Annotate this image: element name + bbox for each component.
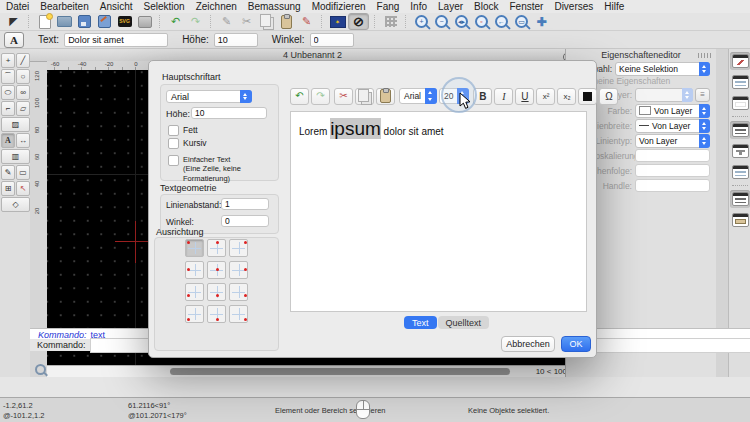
- edit-pen[interactable]: ✎: [297, 14, 316, 29]
- layer-menu-button[interactable]: ≡: [695, 88, 710, 102]
- menu-item[interactable]: Hilfe: [604, 1, 624, 12]
- cut[interactable]: ✂: [237, 14, 256, 29]
- draw[interactable]: ✎: [217, 14, 236, 29]
- alignment-button[interactable]: [185, 239, 204, 257]
- dimension-tool[interactable]: ↔: [16, 133, 30, 148]
- superscript-button[interactable]: x²: [536, 88, 555, 105]
- alignment-button[interactable]: [185, 261, 204, 279]
- undo-button[interactable]: ↶: [290, 88, 309, 105]
- rich-text-editor[interactable]: Lorem ipsum dolor sit amet: [290, 111, 587, 312]
- block-list-window[interactable]: [730, 94, 750, 112]
- panel-grip[interactable]: [698, 53, 712, 58]
- snap-tool[interactable]: ↖: [16, 181, 30, 196]
- font-height-input[interactable]: [191, 107, 267, 119]
- zoom-selection[interactable]: ▫: [472, 14, 491, 29]
- text-input[interactable]: [64, 33, 168, 47]
- menu-item[interactable]: Info: [410, 1, 427, 12]
- polyline-tool[interactable]: ⌐: [1, 101, 15, 116]
- zoom-auto[interactable]: ◂▸: [452, 14, 471, 29]
- menu-item[interactable]: Fang: [377, 1, 400, 12]
- angle-input[interactable]: [310, 33, 354, 47]
- spline-tool[interactable]: ∞: [16, 85, 30, 100]
- alignment-button[interactable]: [229, 305, 248, 323]
- cut-button[interactable]: ✂: [334, 88, 353, 105]
- image-tool[interactable]: ▥: [1, 149, 30, 164]
- underline-button[interactable]: U: [515, 88, 534, 105]
- slot-tool[interactable]: ▭: [16, 165, 30, 180]
- menu-item[interactable]: Fenster: [510, 1, 544, 12]
- copy-button[interactable]: [355, 88, 374, 105]
- line-spacing-input[interactable]: [221, 198, 269, 210]
- alignment-button[interactable]: [229, 239, 248, 257]
- menu-item[interactable]: Block: [474, 1, 498, 12]
- alignment-button[interactable]: [229, 261, 248, 279]
- special-character-button[interactable]: Ω: [599, 88, 618, 105]
- language-flag[interactable]: ✶: [328, 14, 347, 29]
- redo[interactable]: ↷: [186, 14, 205, 29]
- view-list-window[interactable]: [730, 121, 750, 139]
- zoom-window[interactable]: ▭: [512, 14, 531, 29]
- font-family-dropdown[interactable]: Arial: [166, 90, 252, 103]
- arc-tool[interactable]: ⌒: [1, 69, 15, 84]
- italic-checkbox[interactable]: Kursiv: [168, 138, 207, 149]
- open-file[interactable]: [55, 14, 74, 29]
- selection-tool[interactable]: ◤: [4, 14, 23, 29]
- height-input[interactable]: [214, 33, 258, 47]
- draworder-input[interactable]: [635, 164, 710, 177]
- text-color-button[interactable]: [578, 88, 597, 105]
- zoom-out[interactable]: −: [432, 14, 451, 29]
- menu-item[interactable]: Ansicht: [100, 1, 133, 12]
- zoom-corner-icon[interactable]: [35, 364, 46, 375]
- alignment-button[interactable]: [185, 305, 204, 323]
- text-tool[interactable]: A: [1, 133, 15, 148]
- shape-tool[interactable]: ▱: [16, 101, 30, 116]
- redo-button[interactable]: ↷: [311, 88, 330, 105]
- selection-filter-window[interactable]: [730, 142, 750, 160]
- hatch-tool[interactable]: ▨: [1, 117, 30, 132]
- color-dropdown[interactable]: Von Layer: [635, 104, 710, 118]
- tab-source[interactable]: Quelltext: [438, 316, 490, 329]
- menu-item[interactable]: Bearbeiten: [40, 1, 88, 12]
- command-line-window[interactable]: [730, 190, 750, 208]
- menu-item[interactable]: Modifizieren: [312, 1, 366, 12]
- viewport-tool[interactable]: ◇: [1, 197, 30, 212]
- text-tool-button[interactable]: A: [4, 32, 24, 48]
- layer-dropdown[interactable]: [635, 88, 693, 102]
- menu-item[interactable]: Layer: [438, 1, 463, 12]
- alignment-button[interactable]: [207, 283, 226, 301]
- property-editor-window[interactable]: [730, 52, 750, 70]
- command-options-window[interactable]: [730, 163, 750, 181]
- menu-item[interactable]: Selektion: [144, 1, 185, 12]
- menu-item[interactable]: Zeichnen: [196, 1, 237, 12]
- font-family-combo[interactable]: Arial: [399, 88, 437, 104]
- ellipse-tool[interactable]: ⬭: [1, 85, 15, 100]
- zoom-in[interactable]: +: [412, 14, 431, 29]
- simple-text-checkbox[interactable]: Einfacher Text(Eine Zeile, keine Formati…: [168, 155, 272, 183]
- copy[interactable]: [257, 14, 276, 29]
- ok-button[interactable]: OK: [561, 336, 591, 352]
- italic-button[interactable]: I: [494, 88, 513, 105]
- save-file[interactable]: [75, 14, 94, 29]
- alignment-button[interactable]: [207, 239, 226, 257]
- restrict-off[interactable]: ⊘: [348, 13, 369, 30]
- angle-input[interactable]: [221, 215, 269, 227]
- menu-item[interactable]: Datei: [6, 1, 29, 12]
- svg-export[interactable]: SVG: [115, 14, 134, 29]
- alignment-button[interactable]: [207, 305, 226, 323]
- line-tool[interactable]: ╱: [16, 53, 30, 68]
- alignment-button[interactable]: [207, 261, 226, 279]
- undo[interactable]: ↶: [166, 14, 185, 29]
- circle-tool[interactable]: ○: [16, 69, 30, 84]
- paste-button[interactable]: [376, 88, 395, 105]
- linetype-dropdown[interactable]: Von Layer: [635, 134, 710, 148]
- paste[interactable]: [277, 14, 296, 29]
- zoom-previous[interactable]: ←: [492, 14, 511, 29]
- linetype-scale-input[interactable]: [635, 149, 710, 162]
- clipboard-window[interactable]: [730, 211, 750, 229]
- menu-item[interactable]: Diverses: [554, 1, 593, 12]
- alignment-button[interactable]: [185, 283, 204, 301]
- points-tool[interactable]: +: [1, 53, 15, 68]
- save-as[interactable]: [95, 14, 114, 29]
- handle-input[interactable]: [635, 179, 710, 192]
- bold-checkbox[interactable]: Fett: [168, 125, 198, 136]
